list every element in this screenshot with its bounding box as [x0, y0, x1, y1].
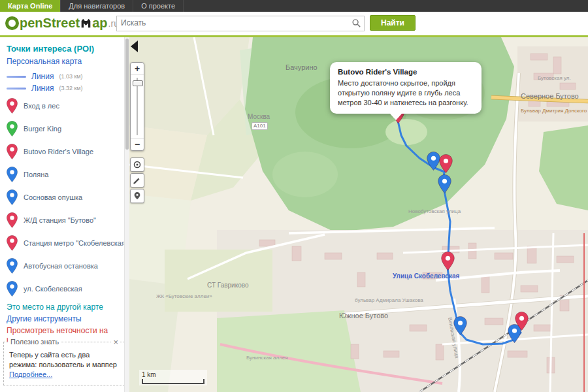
poi-list: Вход в лес Burger King — [7, 94, 124, 300]
poi-label: Ж/Д станция "Бутово" — [24, 216, 96, 224]
sidebar: Точки интереса (POI) Персональная карта … — [0, 37, 124, 392]
poi-list-item[interactable]: Станция метро "Скобелевская" — [7, 231, 124, 254]
line-length: (1.03 км) — [59, 73, 82, 80]
osm-ru-app: Карта Online Для навигаторов О проекте p… — [0, 0, 588, 392]
scale-bar — [142, 379, 204, 384]
link-other-map[interactable]: Это место на другой карте — [7, 302, 124, 312]
popup-text: Место достаточно скрытое, пройдя открыту… — [338, 78, 474, 108]
map-pin-icon — [7, 281, 18, 297]
map-pin-icon — [7, 144, 18, 159]
poi-list-item[interactable]: Ж/Д станция "Бутово" — [7, 208, 124, 231]
poi-list-item[interactable]: Burger King — [7, 117, 124, 140]
zoom-out-button[interactable]: − — [131, 139, 144, 150]
search-input[interactable] — [117, 16, 347, 29]
top-nav-bar: Карта Online Для навигаторов О проекте — [0, 0, 588, 12]
zoom-slider-handle[interactable] — [133, 80, 143, 86]
notice-close-icon[interactable]: × — [111, 336, 120, 348]
locate-button[interactable] — [130, 157, 144, 172]
poi-section-title: Точки интереса (POI) — [7, 44, 124, 54]
logo-cat-icon — [80, 18, 91, 29]
map-scale: 1 km — [139, 370, 207, 385]
locate-icon — [133, 160, 142, 169]
popup-title: Butovo Rider's Village — [338, 68, 474, 76]
scrollbar-thumb[interactable] — [125, 39, 129, 150]
poi-label: Автобусная остановка — [24, 262, 98, 270]
line-label: Линия — [31, 72, 54, 81]
search-box — [116, 16, 365, 31]
line-swatch-icon — [7, 88, 26, 90]
poi-list-item[interactable]: Автобусная остановка — [7, 254, 124, 277]
poi-list-item[interactable]: Поляна — [7, 163, 124, 186]
link-other-tools[interactable]: Другие инструменты — [7, 314, 124, 323]
poi-label: Сосновая опушка — [24, 193, 82, 201]
poi-label: Butovo Rider's Village — [24, 148, 93, 155]
map-pin-icon — [7, 212, 18, 228]
scale-label: 1 km — [142, 371, 204, 378]
tab-about[interactable]: О проекте — [133, 0, 184, 12]
notice-text: Теперь у сайта есть два режима: пользова… — [9, 351, 117, 368]
map-popup: Butovo Rider's Village Место достаточно … — [330, 62, 482, 114]
sidebar-scrollbar[interactable] — [124, 37, 129, 392]
line-label: Линия — [31, 84, 54, 93]
notice-box: Полезно знать × Теперь у сайта есть два … — [3, 342, 124, 385]
map-canvas[interactable]: Бачурино Москва А101 Северное Бутово Бут… — [129, 37, 588, 392]
notice-title: Полезно знать — [8, 337, 61, 347]
logo-o-icon — [5, 16, 19, 30]
notice-more-link[interactable]: Подробнее... — [9, 370, 52, 378]
map-pin-icon — [7, 189, 18, 205]
map-pin-icon — [7, 98, 18, 114]
zoom-slider[interactable] — [131, 74, 144, 139]
tab-navigators[interactable]: Для навигаторов — [61, 0, 133, 12]
poi-list-item[interactable]: Сосновая опушка — [7, 186, 124, 208]
map-pin-icon — [7, 235, 18, 251]
collapse-sidebar-arrow-icon[interactable] — [131, 41, 138, 52]
logo-text-1: penStreet — [20, 16, 80, 31]
map-pin-icon — [7, 121, 18, 137]
line-item-2[interactable]: Линия (3.32 км) — [7, 82, 124, 94]
poi-list-item[interactable]: Butovo Rider's Village — [7, 140, 124, 163]
line-length: (3.32 км) — [59, 85, 82, 91]
poi-label: Поляна — [24, 171, 48, 178]
poi-label: Станция метро "Скобелевская" — [24, 239, 124, 247]
personal-map-link[interactable]: Персональная карта — [7, 57, 124, 66]
poi-label: Вход в лес — [24, 102, 59, 110]
map-pin-icon — [7, 258, 18, 274]
poi-list-item[interactable]: ул. Скобелевская — [7, 277, 124, 300]
header: penStreet ap.ru Найти — [0, 12, 588, 37]
logo-text-2: ap — [92, 16, 107, 31]
poi-label: Burger King — [24, 125, 61, 133]
logo[interactable]: penStreet ap.ru — [5, 16, 119, 31]
line-swatch-icon — [7, 76, 26, 78]
search-icon[interactable] — [351, 18, 361, 31]
pencil-icon — [133, 176, 142, 185]
find-button[interactable]: Найти — [370, 15, 416, 31]
tab-map-online[interactable]: Карта Online — [0, 0, 61, 12]
poi-list-item[interactable]: Вход в лес — [7, 94, 124, 117]
measure-button[interactable] — [130, 173, 144, 188]
add-marker-button[interactable] — [130, 189, 144, 203]
poi-label: ул. Скобелевская — [24, 285, 82, 293]
line-item-1[interactable]: Линия (1.03 км) — [7, 71, 124, 82]
pin-icon — [133, 191, 142, 201]
zoom-in-button[interactable]: + — [131, 63, 144, 74]
zoom-control: + − — [130, 62, 144, 151]
map-pin-icon — [7, 167, 18, 182]
